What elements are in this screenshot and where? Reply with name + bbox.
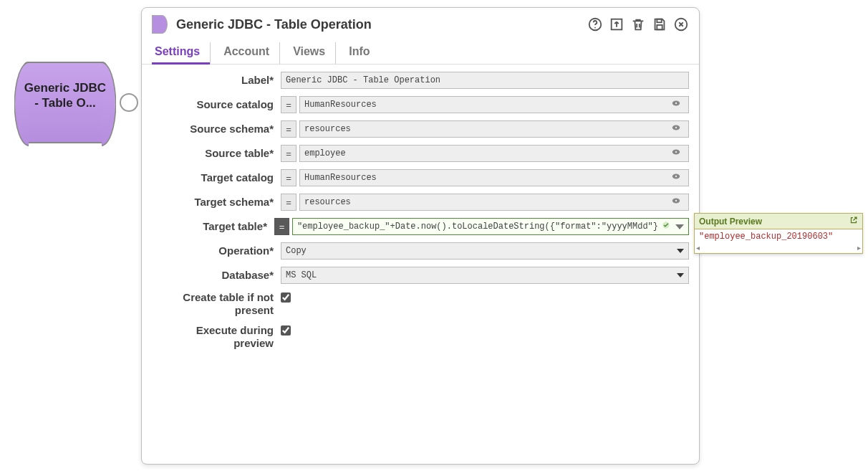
dialog-header: Generic JDBC - Table Operation (142, 8, 699, 38)
suggest-icon[interactable] (671, 123, 681, 135)
output-preview-header: Output Preview (695, 214, 862, 229)
target-schema-field[interactable]: resources (299, 194, 689, 211)
close-icon[interactable] (673, 16, 689, 32)
svg-rect-3 (657, 19, 661, 23)
save-icon[interactable] (652, 16, 667, 32)
exec-preview-lbl: Execute duringpreview (152, 324, 281, 350)
create-table-checkbox[interactable] (281, 292, 291, 303)
svg-point-7 (675, 103, 677, 104)
scroll-left-icon[interactable]: ◂ (696, 244, 700, 252)
label-field[interactable]: Generic JDBC - Table Operation (281, 72, 689, 89)
operation-select[interactable]: Copy (281, 242, 689, 260)
svg-point-15 (675, 200, 677, 201)
validate-ok-icon (661, 220, 671, 233)
database-select[interactable]: MS SQL (281, 267, 689, 284)
svg-point-1 (594, 27, 596, 29)
suggest-icon[interactable] (671, 98, 681, 111)
pipeline-node[interactable]: Generic JDBC - Table O... (4, 56, 132, 149)
create-table-lbl: Create table if notpresent (152, 291, 281, 317)
settings-dialog: Generic JDBC - Table Operation Settings … (141, 7, 700, 465)
source-schema-lbl: Source schema* (152, 123, 281, 135)
suggest-icon[interactable] (671, 171, 681, 184)
expr-toggle[interactable]: = (281, 194, 296, 211)
source-catalog-field[interactable]: HumanResources (299, 96, 689, 113)
export-icon[interactable] (609, 16, 625, 32)
help-icon[interactable] (587, 16, 603, 32)
svg-point-13 (675, 176, 677, 177)
delete-icon[interactable] (630, 16, 646, 32)
source-table-field[interactable]: employee (299, 145, 689, 162)
expr-toggle[interactable]: = (281, 145, 296, 162)
popout-icon[interactable] (849, 216, 858, 227)
output-preview-panel: Output Preview "employee_backup_20190603… (694, 213, 863, 254)
caret-down-icon (677, 249, 684, 253)
exec-preview-checkbox[interactable] (281, 325, 291, 336)
tabs: Settings Account Views Info (142, 38, 699, 65)
suggest-icon[interactable] (671, 147, 681, 160)
settings-form: Label* Generic JDBC - Table Operation So… (142, 65, 699, 364)
source-table-lbl: Source table* (152, 147, 281, 160)
svg-point-9 (675, 127, 677, 128)
preview-scrollbar[interactable]: ◂ ▸ (695, 244, 862, 253)
database-lbl: Database* (152, 269, 281, 282)
tab-account[interactable]: Account (221, 42, 280, 64)
expr-toggle[interactable]: = (281, 120, 296, 138)
target-table-field[interactable]: "employee_backup_"+Date.now().toLocaleDa… (292, 218, 689, 235)
svg-rect-4 (657, 25, 662, 29)
expr-toggle[interactable]: = (281, 96, 296, 113)
node-label: Generic JDBC - Table O... (6, 80, 124, 111)
target-table-lbl: Target table* (152, 220, 274, 233)
snap-icon (152, 15, 168, 34)
target-catalog-lbl: Target catalog (152, 171, 281, 184)
label-lbl: Label* (152, 74, 281, 87)
expr-toggle-active[interactable]: = (274, 218, 289, 235)
tab-settings[interactable]: Settings (152, 42, 211, 64)
dialog-title: Generic JDBC - Table Operation (176, 17, 587, 32)
tab-views[interactable]: Views (290, 42, 336, 64)
source-schema-field[interactable]: resources (299, 120, 689, 138)
svg-point-11 (675, 151, 677, 153)
suggest-icon[interactable] (671, 196, 681, 209)
scroll-right-icon[interactable]: ▸ (857, 244, 861, 252)
target-schema-lbl: Target schema* (152, 196, 281, 209)
chevron-down-icon[interactable] (675, 224, 684, 229)
output-preview-value: "employee_backup_20190603" (695, 229, 862, 244)
tab-info[interactable]: Info (346, 42, 372, 64)
target-catalog-field[interactable]: HumanResources (299, 169, 689, 186)
source-catalog-lbl: Source catalog (152, 98, 281, 111)
expr-toggle[interactable]: = (281, 169, 296, 186)
caret-down-icon (677, 273, 684, 277)
operation-lbl: Operation* (152, 244, 281, 257)
